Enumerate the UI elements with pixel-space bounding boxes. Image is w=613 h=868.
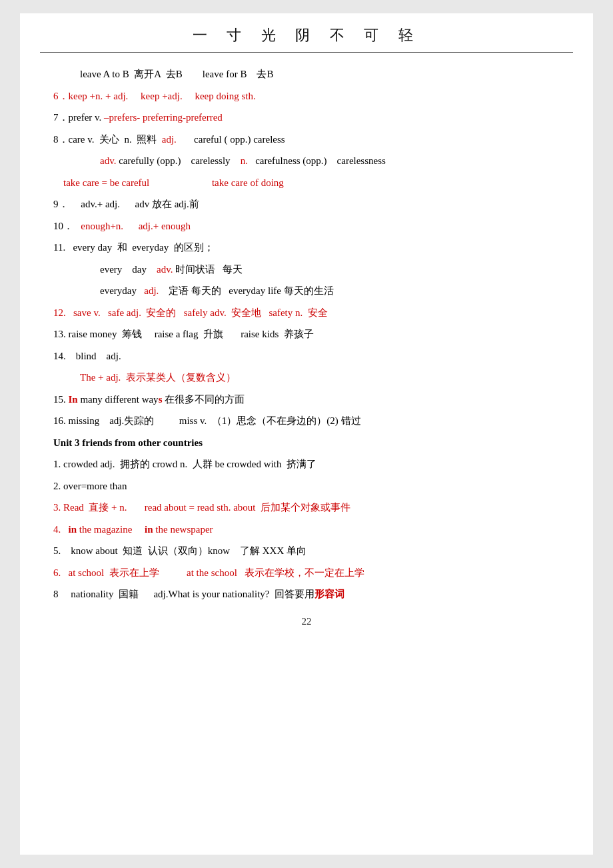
content-line-item11c: everyday adj. 定语 每天的 everyday life 每天的生活 xyxy=(100,281,560,301)
content-line-u3item4: 4. in the magazine in the newspaper xyxy=(53,520,560,539)
content-line-item15: 15. In many different ways 在很多不同的方面 xyxy=(53,390,560,409)
content-line-item11: 11. every day 和 everyday 的区别； xyxy=(53,238,560,257)
content-line-item12: 12. save v. safe adj. 安全的 safely adv. 安全… xyxy=(53,303,560,323)
content-line-item9: 9． adv.+ adj. adv 放在 adj.前 xyxy=(53,195,560,214)
page-wrapper: 一 寸 光 阴 不 可 轻 leave A to B 离开A 去B leave … xyxy=(20,13,593,855)
content-line-u3item3: 3. Read 直接 + n. read about = read sth. a… xyxy=(53,498,560,517)
content-line-item14: 14. blind adj. xyxy=(53,347,560,366)
content-line-u3item2: 2. over=more than xyxy=(53,477,560,496)
content-line-item6: 6．keep +n. + adj. keep +adj. keep doing … xyxy=(53,87,560,106)
content-line-unit3: Unit 3 friends from other countries xyxy=(53,433,560,453)
content-line-item8b: adv. carefully (opp.) carelessly n. care… xyxy=(100,151,560,171)
content-line-u3item1: 1. crowded adj. 拥挤的 crowd n. 人群 be crowd… xyxy=(53,455,560,474)
content-line-item14b: The + adj. 表示某类人（复数含义） xyxy=(80,368,560,387)
content-line-u3item8: 8 nationality 国籍 adj.What is your nation… xyxy=(53,585,560,604)
content-line-item8c: take care = be careful take care of doin… xyxy=(53,173,560,193)
content-line-item11b: every day adv. 时间状语 每天 xyxy=(100,260,560,279)
content-line-item13: 13. raise money 筹钱 raise a flag 升旗 raise… xyxy=(53,325,560,344)
content-line-item10: 10． enough+n. adj.+ enough xyxy=(53,217,560,236)
content-line-leave1: leave A to B 离开A 去B leave for B 去B xyxy=(80,65,560,84)
page-number: 22 xyxy=(20,616,593,627)
content-line-item8: 8．care v. 关心 n. 照料 adj. careful ( opp.) … xyxy=(53,130,560,149)
content-area: leave A to B 离开A 去B leave for B 去B6．keep… xyxy=(20,65,593,604)
content-line-u3item6: 6. at school 表示在上学 at the school 表示在学校，不… xyxy=(53,563,560,583)
content-line-u3item5: 5. know about 知道 认识（双向）know 了解 XXX 单向 xyxy=(53,541,560,561)
content-line-item7: 7．prefer v. –prefers- preferring-preferr… xyxy=(53,108,560,127)
content-line-item16: 16. missing adj.失踪的 miss v. （1）思念（不在身边的）… xyxy=(53,411,560,431)
page-title: 一 寸 光 阴 不 可 轻 xyxy=(20,13,593,52)
title-divider xyxy=(40,52,573,53)
